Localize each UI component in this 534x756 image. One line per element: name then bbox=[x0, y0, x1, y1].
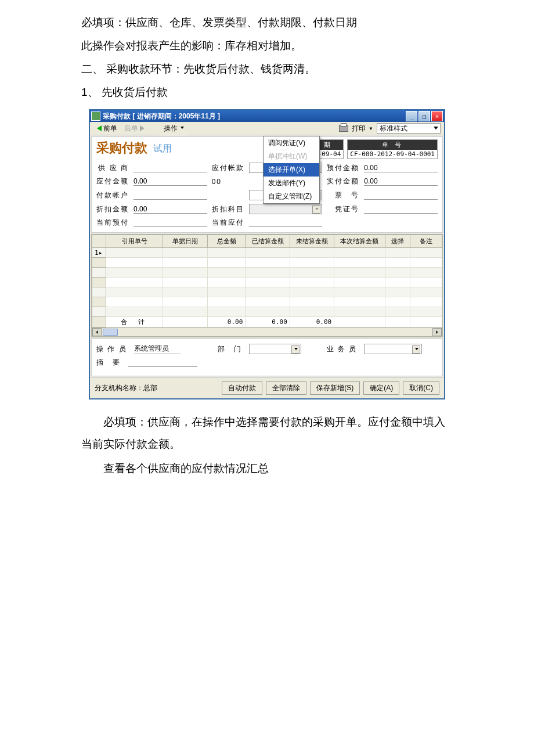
auto-pay-button[interactable]: 自动付款 bbox=[222, 381, 262, 395]
total-row: 合 计 0.00 0.00 0.00 bbox=[92, 317, 442, 327]
operator-value: 系统管理员 bbox=[134, 344, 181, 354]
table-row[interactable] bbox=[92, 307, 442, 317]
ok-button[interactable]: 确定(A) bbox=[363, 381, 399, 395]
cur-prepay-label: 当前预付 bbox=[96, 218, 129, 228]
salesman-label: 业 务 员 bbox=[327, 344, 358, 354]
table-row[interactable]: 1▸ bbox=[92, 248, 442, 258]
cancel-button[interactable]: 取消(C) bbox=[403, 381, 439, 395]
col-remark: 备注 bbox=[410, 235, 442, 248]
discount-subj-select bbox=[249, 204, 323, 214]
voucher-label: 凭证号 bbox=[327, 204, 359, 214]
salesman-select[interactable] bbox=[364, 344, 422, 354]
table-row[interactable] bbox=[92, 278, 442, 287]
docnum-value: CF-000-2012-09-04-0001 bbox=[348, 150, 437, 159]
next-doc-button[interactable]: 后单 bbox=[121, 123, 148, 135]
prepay-amt-value: 0.00 bbox=[364, 164, 438, 172]
prepay-amt-label: 预付金额 bbox=[327, 163, 359, 173]
maximize-button[interactable]: □ bbox=[418, 111, 430, 121]
app-icon bbox=[91, 111, 100, 121]
app-window: 采购付款 [ 进销存期间：2005年11月 ] _ □ × 前单 后单 操作 打… bbox=[89, 109, 445, 399]
operate-menu: 调阅凭证(V) 单据冲红(W) 选择开单(X) 发送邮件(Y) 自定义管理(Z) bbox=[263, 136, 320, 204]
close-button[interactable]: × bbox=[431, 111, 443, 121]
supplier-input[interactable] bbox=[134, 164, 207, 172]
payable-input[interactable]: 0.00 bbox=[134, 177, 207, 186]
scroll-left-icon[interactable] bbox=[92, 328, 102, 336]
doc-line-5: 必填项：供应商，在操作中选择需要付款的采购开单。应付金额中填入当前实际付款金额。 bbox=[81, 411, 453, 455]
discount-label: 折扣金额 bbox=[96, 204, 129, 214]
scroll-thumb[interactable] bbox=[103, 329, 118, 336]
dept-label: 部 门 bbox=[218, 344, 242, 354]
table-row[interactable] bbox=[92, 268, 442, 278]
col-settled: 已结算金额 bbox=[246, 235, 290, 248]
menu-send-mail[interactable]: 发送邮件(Y) bbox=[264, 177, 319, 190]
col-unsettled: 未结算金额 bbox=[290, 235, 334, 248]
menu-custom-mgmt[interactable]: 自定义管理(Z) bbox=[264, 190, 319, 203]
summary-label: 摘 要 bbox=[96, 358, 121, 368]
doc-line-1: 必填项：供应商、仓库、发票类型、付款期限、付款日期 bbox=[81, 12, 453, 34]
cur-payable-value bbox=[249, 218, 323, 227]
discount-subj-label: 折扣科目 bbox=[212, 204, 244, 214]
table-row[interactable] bbox=[92, 258, 442, 268]
menu-select-bill[interactable]: 选择开单(X) bbox=[264, 163, 319, 177]
cur-prepay-value bbox=[134, 218, 207, 227]
bill-no-input[interactable] bbox=[364, 191, 438, 200]
save-new-button[interactable]: 保存新增(S) bbox=[310, 381, 360, 395]
col-doc-date: 单据日期 bbox=[163, 235, 207, 248]
window-title: 采购付款 [ 进销存期间：2005年11月 ] bbox=[103, 111, 406, 121]
table-row[interactable] bbox=[92, 287, 442, 297]
printer-icon bbox=[339, 125, 348, 132]
doc-line-6: 查看各个供应商的应付款情况汇总 bbox=[81, 458, 453, 480]
prev-doc-button[interactable]: 前单 bbox=[93, 123, 121, 135]
arrow-left-icon bbox=[97, 125, 102, 131]
doc-line-4: 1、 先收货后付款 bbox=[81, 81, 453, 103]
peek-value: 00 bbox=[212, 178, 244, 186]
supplier-label: 供 应 商 bbox=[96, 163, 129, 173]
pay-acct-label: 付款帐户 bbox=[96, 190, 129, 200]
table-row[interactable] bbox=[92, 297, 442, 307]
cur-payable-label: 当前应付 bbox=[212, 218, 244, 228]
table-area: 引用单号 单据日期 总金额 已结算金额 未结算金额 本次结算金额 选择 备注 1… bbox=[91, 234, 443, 337]
style-selector[interactable]: 标准样式 bbox=[377, 123, 441, 134]
col-this-settle: 本次结算金额 bbox=[334, 235, 385, 248]
menu-view-voucher[interactable]: 调阅凭证(V) bbox=[264, 136, 319, 150]
menu-doc-red[interactable]: 单据冲红(W) bbox=[264, 150, 319, 163]
clear-all-button[interactable]: 全部清除 bbox=[266, 381, 306, 395]
print-button[interactable]: 打印 ▼ bbox=[335, 123, 377, 135]
actual-value: 0.00 bbox=[364, 177, 438, 186]
titlebar: 采购付款 [ 进销存期间：2005年11月 ] _ □ × bbox=[90, 110, 444, 122]
doc-line-3: 二、 采购收款环节：先收货后付款、钱货两清。 bbox=[81, 58, 453, 80]
pay-acct-input[interactable] bbox=[134, 191, 207, 200]
branch-text: 分支机构名称：总部 bbox=[95, 383, 157, 393]
scroll-right-icon[interactable] bbox=[432, 328, 442, 336]
statusbar: 分支机构名称：总部 自动付款 全部清除 保存新增(S) 确定(A) 取消(C) bbox=[90, 377, 444, 398]
form-title: 采购付款 bbox=[96, 139, 147, 157]
col-rownum bbox=[92, 235, 106, 248]
col-total: 总金额 bbox=[207, 235, 246, 248]
docnum-header: 单 号 bbox=[348, 140, 437, 150]
operator-label: 操 作 员 bbox=[96, 344, 127, 354]
arrow-right-icon bbox=[140, 125, 145, 131]
dept-select[interactable] bbox=[249, 344, 301, 354]
trial-mark: 试用 bbox=[153, 143, 172, 155]
discount-input[interactable]: 0.00 bbox=[134, 205, 207, 214]
operate-dropdown[interactable]: 操作 bbox=[160, 122, 186, 135]
summary-input[interactable] bbox=[128, 358, 197, 367]
actual-label: 实付金额 bbox=[327, 177, 359, 186]
footer-form: 操 作 员 系统管理员 部 门 业 务 员 摘 要 bbox=[91, 339, 443, 376]
col-ref-no: 引用单号 bbox=[106, 235, 163, 248]
acct-type-label: 应付帐款 bbox=[212, 163, 244, 173]
h-scrollbar[interactable] bbox=[92, 327, 442, 337]
doc-line-2: 此操作会对报表产生的影响：库存相对增加。 bbox=[81, 35, 453, 57]
voucher-input[interactable] bbox=[364, 205, 438, 214]
toolbar: 前单 后单 操作 打印 ▼ 标准样式 bbox=[90, 122, 444, 135]
bill-no-label: 票 号 bbox=[327, 190, 359, 200]
payment-table: 引用单号 单据日期 总金额 已结算金额 未结算金额 本次结算金额 选择 备注 1… bbox=[92, 235, 442, 327]
minimize-button[interactable]: _ bbox=[406, 111, 417, 121]
payable-label: 应付金额 bbox=[96, 177, 129, 186]
col-select: 选择 bbox=[385, 235, 410, 248]
